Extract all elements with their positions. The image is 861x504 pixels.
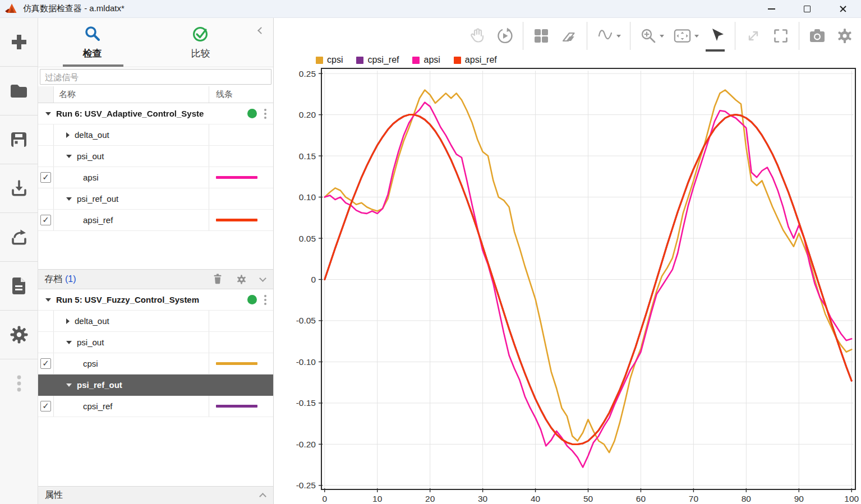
tree-row-psi_ref_out[interactable]: psi_ref_out xyxy=(38,188,273,210)
check-icon: ✓ xyxy=(42,216,49,224)
preferences-button[interactable] xyxy=(0,311,38,359)
minimize-button[interactable] xyxy=(753,0,789,17)
add-button[interactable] xyxy=(0,18,38,67)
svg-text:60: 60 xyxy=(636,494,646,503)
export-button[interactable] xyxy=(0,213,38,262)
expand-button[interactable] xyxy=(744,25,763,47)
line-column xyxy=(209,167,273,188)
tree-row-delta_out[interactable]: delta_out xyxy=(38,311,273,332)
line-style-swatch[interactable] xyxy=(216,219,257,221)
caret-down-icon[interactable] xyxy=(66,383,72,387)
pan-button[interactable] xyxy=(468,25,487,47)
caret-down-icon[interactable] xyxy=(66,341,72,344)
tree-row-cpsi[interactable]: ✓cpsi xyxy=(38,353,273,374)
svg-text:0: 0 xyxy=(311,275,316,284)
run-menu-icon[interactable] xyxy=(264,295,266,305)
document-icon xyxy=(10,276,27,295)
run-menu-icon[interactable] xyxy=(264,109,266,119)
import-icon xyxy=(10,179,29,197)
search-icon xyxy=(84,25,102,43)
save-button[interactable] xyxy=(0,115,38,164)
group-label: psi_out xyxy=(77,337,104,347)
svg-text:10: 10 xyxy=(372,494,383,503)
tab-inspect[interactable]: 检查 xyxy=(38,18,146,67)
open-button[interactable] xyxy=(0,67,38,115)
import-button[interactable] xyxy=(0,164,38,213)
signal-checkbox[interactable]: ✓ xyxy=(40,401,51,411)
properties-label: 属性 xyxy=(45,489,63,501)
tree-row-psi_out[interactable]: psi_out xyxy=(38,146,273,167)
line-column xyxy=(209,210,273,230)
svg-text:50: 50 xyxy=(583,494,593,503)
properties-bar[interactable]: 属性 xyxy=(38,486,273,504)
run-row-run5[interactable]: Run 5: USV_Fuzzy_Control_System xyxy=(38,289,273,311)
row-content: psi_out xyxy=(54,332,209,353)
tree-row-apsi_ref[interactable]: ✓apsi_ref xyxy=(38,210,273,231)
fit-to-view-button[interactable] xyxy=(673,25,699,47)
chart-settings-button[interactable] xyxy=(835,25,854,47)
report-button[interactable] xyxy=(0,262,38,311)
line-column xyxy=(209,332,273,353)
pointer-button[interactable] xyxy=(707,25,726,47)
fullscreen-button[interactable] xyxy=(771,25,790,47)
line-style-swatch[interactable] xyxy=(216,362,257,365)
caret-down-icon[interactable] xyxy=(45,112,51,115)
dropdown-caret-icon xyxy=(694,35,699,38)
signal-plot[interactable]: 0.250.200.150.100.050-0.05-0.10-0.15-0.2… xyxy=(278,67,859,504)
snapshot-button[interactable] xyxy=(808,25,827,47)
svg-text:0.10: 0.10 xyxy=(299,192,316,202)
run-row-run6[interactable]: Run 6: USV_Adaptive_Control_Syste xyxy=(38,103,273,124)
signal-checkbox[interactable]: ✓ xyxy=(40,215,51,225)
trash-icon[interactable] xyxy=(213,274,223,285)
close-button[interactable] xyxy=(825,0,861,17)
chevron-up-icon[interactable] xyxy=(259,493,266,500)
caret-down-icon[interactable] xyxy=(66,197,72,201)
clear-button[interactable] xyxy=(559,25,578,47)
signal-checkbox[interactable]: ✓ xyxy=(40,172,51,183)
caret-down-icon[interactable] xyxy=(45,298,51,302)
legend-label: apsi xyxy=(423,55,440,65)
signal-checkbox[interactable]: ✓ xyxy=(40,358,51,369)
tree-row-psi_out[interactable]: psi_out xyxy=(38,332,273,353)
zoom-in-button[interactable] xyxy=(639,25,665,47)
filter-signals-input[interactable] xyxy=(40,69,271,85)
line-style-swatch[interactable] xyxy=(216,176,257,179)
line-column xyxy=(209,311,273,331)
chevron-left-icon xyxy=(257,27,265,34)
more-button[interactable] xyxy=(0,359,38,408)
legend-item-cpsi[interactable]: cpsi xyxy=(316,55,343,65)
tree-row-delta_out[interactable]: delta_out xyxy=(38,124,273,146)
chevron-down-icon[interactable] xyxy=(259,275,266,282)
tree-row-cpsi_ref[interactable]: ✓cpsi_ref xyxy=(38,396,273,417)
layout-button[interactable] xyxy=(532,25,551,47)
tab-compare[interactable]: 比较 xyxy=(146,18,255,67)
run-title: Run 5: USV_Fuzzy_Control_System xyxy=(56,295,242,304)
signals-button[interactable] xyxy=(596,25,621,47)
tree-row-apsi[interactable]: ✓apsi xyxy=(38,167,273,188)
svg-text:-0.05: -0.05 xyxy=(296,316,316,325)
replay-button[interactable] xyxy=(495,25,514,47)
tree-row-psi_ref_out[interactable]: psi_ref_out xyxy=(38,374,273,396)
maximize-button[interactable] xyxy=(789,0,825,17)
row-content: apsi xyxy=(54,167,209,188)
row-content: delta_out xyxy=(54,311,209,331)
collapse-panel-button[interactable] xyxy=(255,25,266,36)
gear-small-icon[interactable] xyxy=(236,274,247,285)
line-style-swatch[interactable] xyxy=(216,405,257,408)
archive-label: 存档 xyxy=(44,274,62,285)
caret-down-icon[interactable] xyxy=(66,155,72,158)
signal-label: cpsi xyxy=(83,359,98,368)
caret-right-icon[interactable] xyxy=(66,318,70,324)
zoom-in-icon xyxy=(640,27,657,44)
maximize-icon xyxy=(804,6,811,12)
signal-label: apsi_ref xyxy=(83,215,113,225)
svg-text:0.25: 0.25 xyxy=(299,69,316,78)
caret-right-icon[interactable] xyxy=(66,132,70,138)
legend-item-apsi[interactable]: apsi xyxy=(412,55,440,65)
run-status-dot xyxy=(247,109,257,118)
legend-item-cpsi_ref[interactable]: cpsi_ref xyxy=(356,55,399,65)
table-header: 名称 线条 xyxy=(38,86,273,103)
legend-item-apsi_ref[interactable]: apsi_ref xyxy=(454,55,497,65)
row-content: psi_ref_out xyxy=(54,188,209,209)
signal-label: apsi xyxy=(83,173,99,182)
